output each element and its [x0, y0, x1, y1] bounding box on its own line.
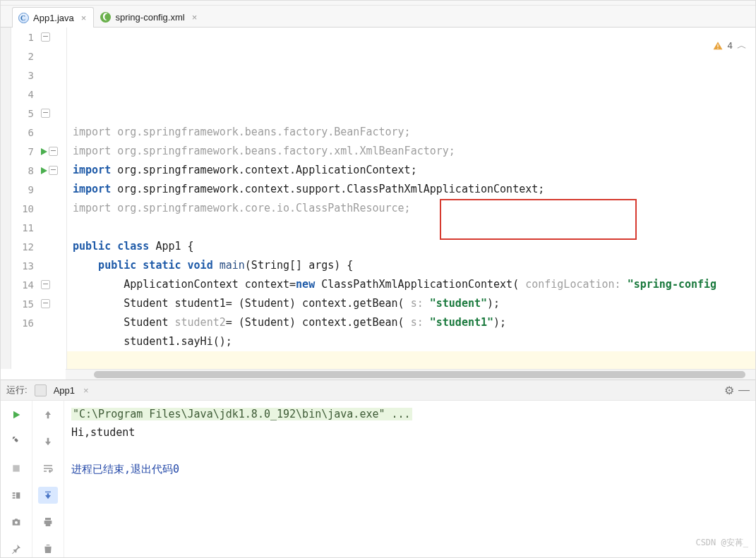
console-output[interactable]: "C:\Program Files\Java\jdk1.8.0_192\bin\…: [64, 401, 755, 557]
inspection-widget[interactable]: 4 ︿: [713, 36, 747, 55]
code-token: s:: [411, 297, 424, 310]
run-config-name[interactable]: App1: [54, 385, 75, 396]
line-number: 10: [11, 203, 40, 214]
svg-point-3: [15, 521, 18, 524]
close-icon[interactable]: ×: [81, 13, 87, 23]
fold-icon[interactable]: [49, 166, 58, 175]
layout-button[interactable]: [6, 487, 26, 504]
code-token: student2: [175, 316, 226, 329]
code-line[interactable]: import org.springframework.context.suppo…: [67, 180, 755, 199]
code-token: ApplicationContext context=: [73, 278, 296, 291]
print-button[interactable]: [38, 514, 58, 530]
hide-icon[interactable]: —: [738, 384, 750, 396]
code-line[interactable]: [67, 351, 755, 369]
gutter-line[interactable]: 12: [11, 237, 66, 256]
code-token: );: [493, 316, 506, 329]
fold-icon[interactable]: [41, 32, 50, 42]
gutter-line[interactable]: 7: [11, 142, 66, 161]
code-token: org.springframework.context.ApplicationC…: [117, 164, 416, 176]
gear-icon[interactable]: ⚙: [724, 384, 734, 397]
gutter-line[interactable]: 3: [11, 66, 66, 85]
warning-icon: [713, 41, 723, 51]
gutter-line[interactable]: 11: [11, 218, 66, 237]
code-line[interactable]: student1.sayHi();: [67, 332, 755, 351]
code-line[interactable]: public class App1 {: [67, 237, 755, 256]
gutter-line[interactable]: 10: [11, 199, 66, 218]
console-exit-message: 进程已结束,退出代码0: [71, 460, 748, 478]
watermark: CSDN @安苒_: [695, 533, 748, 552]
gutter-line[interactable]: 9: [11, 180, 66, 199]
tab-App1-java[interactable]: App1.java×: [12, 7, 94, 28]
code-line[interactable]: public static void main(String[] args) {: [67, 256, 755, 275]
code-token: (String[] args) {: [245, 259, 354, 272]
line-number: 5: [11, 108, 40, 119]
rerun-button[interactable]: [6, 406, 26, 423]
code-token: import: [73, 202, 117, 214]
tools-button[interactable]: [6, 433, 26, 450]
code-token: Student: [73, 316, 175, 329]
code-token: public class: [73, 240, 155, 253]
code-token: student1.sayHi();: [73, 335, 232, 348]
code-token: "spring-config: [628, 278, 716, 291]
tab-spring-config-xml[interactable]: spring-config.xml×: [94, 6, 205, 27]
gutter-line[interactable]: 4: [11, 85, 66, 104]
code-token: Student student1= (Student) context.getB…: [73, 297, 411, 310]
line-number: 8: [11, 165, 40, 176]
close-icon[interactable]: ×: [192, 12, 198, 23]
fold-icon[interactable]: [41, 299, 50, 308]
code-line[interactable]: import org.springframework.beans.factory…: [67, 142, 755, 161]
chevron-up-icon[interactable]: ︿: [737, 36, 747, 55]
code-token: main: [220, 259, 245, 272]
fold-icon[interactable]: [41, 280, 50, 289]
line-number: 16: [11, 317, 40, 329]
line-number: 2: [11, 51, 40, 62]
fold-icon[interactable]: [49, 147, 58, 156]
svg-rect-2: [13, 465, 19, 471]
code-line[interactable]: ApplicationContext context=new ClassPath…: [67, 275, 755, 294]
code-token: [424, 297, 430, 310]
gutter-line[interactable]: 14: [11, 275, 66, 294]
gutter-line[interactable]: 5: [11, 104, 66, 123]
down-button[interactable]: [38, 433, 58, 450]
code-line[interactable]: Student student2= (Student) context.getB…: [67, 313, 755, 332]
code-token: "student1": [430, 316, 493, 329]
soft-wrap-button[interactable]: [38, 460, 58, 477]
console-command: "C:\Program Files\Java\jdk1.8.0_192\bin\…: [71, 408, 412, 420]
line-number: 7: [11, 146, 40, 157]
code-line[interactable]: import org.springframework.context.Appli…: [67, 161, 755, 180]
fold-icon[interactable]: [41, 109, 50, 118]
gutter-line[interactable]: 6: [11, 123, 66, 142]
run-toolwindow-header[interactable]: 运行: App1 × ⚙ —: [1, 380, 755, 401]
camera-button[interactable]: [6, 514, 26, 530]
code-line[interactable]: Student student1= (Student) context.getB…: [67, 294, 755, 313]
gutter-line[interactable]: 2: [11, 47, 66, 66]
svg-rect-1: [718, 47, 719, 48]
line-number: 12: [11, 241, 40, 253]
run-gutter-icon[interactable]: [41, 148, 47, 155]
horizontal-scrollbar[interactable]: [66, 369, 755, 380]
left-stripe: [1, 28, 11, 369]
code-line[interactable]: [67, 218, 755, 237]
code-viewport[interactable]: 4 ︿ import org.springframework.beans.fac…: [67, 28, 755, 369]
code-line[interactable]: import org.springframework.beans.factory…: [67, 123, 755, 142]
code-token: configLocation:: [525, 278, 620, 291]
run-gutter-icon[interactable]: [41, 167, 47, 174]
run-config-icon: [35, 384, 47, 396]
gutter-line[interactable]: 8: [11, 161, 66, 180]
code-token: public static void: [73, 259, 220, 272]
spring-xml-icon: [100, 12, 111, 23]
svg-rect-0: [718, 44, 719, 47]
scroll-to-end-button[interactable]: [38, 487, 58, 504]
gutter-line[interactable]: 1: [11, 28, 66, 47]
code-line[interactable]: import org.springframework.core.io.Class…: [67, 199, 755, 218]
gutter-line[interactable]: 16: [11, 313, 66, 332]
scroll-thumb[interactable]: [94, 371, 745, 378]
pin-button[interactable]: [6, 540, 26, 557]
up-button[interactable]: [38, 406, 58, 423]
gutter-line[interactable]: 15: [11, 294, 66, 313]
close-tab-icon[interactable]: ×: [83, 385, 89, 396]
code-token: "student": [430, 297, 487, 310]
gutter-line[interactable]: 13: [11, 256, 66, 275]
trash-button[interactable]: [38, 540, 58, 557]
stop-button[interactable]: [6, 460, 26, 477]
